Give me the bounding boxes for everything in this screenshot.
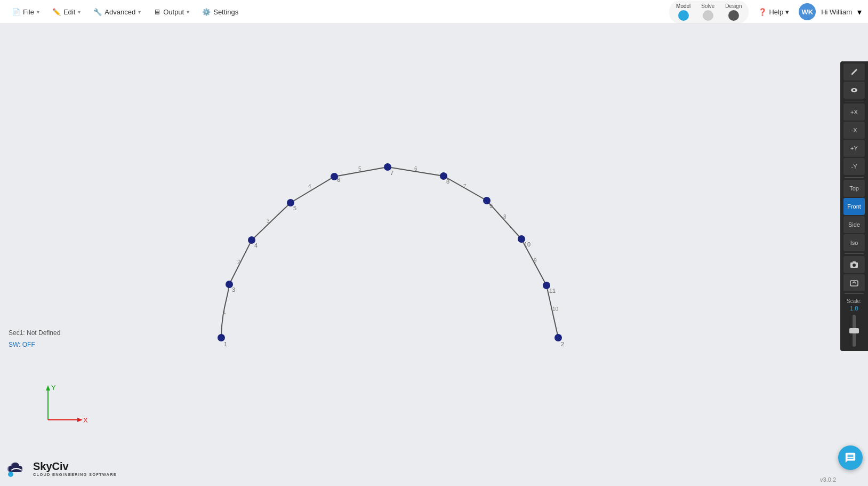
chat-button[interactable] xyxy=(838,445,863,470)
scale-label: Scale: xyxy=(847,298,862,304)
design-tab-dot xyxy=(728,10,739,21)
edit-tool-button[interactable] xyxy=(843,63,865,81)
section-status: Sec1: Not Defined xyxy=(9,329,60,337)
tab-design[interactable]: Design xyxy=(720,2,747,22)
help-chevron: ▾ xyxy=(785,8,789,16)
edit-label: Edit xyxy=(63,8,75,16)
tab-model[interactable]: Model xyxy=(671,2,696,22)
screenshot-button[interactable] xyxy=(843,256,865,273)
help-icon: ❓ xyxy=(758,8,767,16)
side-view-label: Side xyxy=(848,221,860,228)
label-node-3: 3 xyxy=(232,286,235,293)
section-label: Sec1: Not Defined xyxy=(9,329,60,337)
svg-text:X: X xyxy=(83,416,88,424)
file-icon: 📄 xyxy=(12,8,20,16)
side-view-button[interactable]: Side xyxy=(843,216,865,233)
plus-y-button[interactable]: +Y xyxy=(843,140,865,157)
output-menu[interactable]: 🖥 Output ▾ xyxy=(148,5,195,19)
file-chevron: ▾ xyxy=(37,9,39,15)
seg-label-6: 6 xyxy=(414,166,417,172)
model-tab-dot xyxy=(678,10,689,21)
plus-x-label: +X xyxy=(850,109,858,115)
advanced-icon: 🔧 xyxy=(93,8,102,16)
svg-marker-4 xyxy=(77,418,83,422)
svg-text:Y: Y xyxy=(51,384,56,392)
seg-label-5: 5 xyxy=(358,166,361,172)
toolbar-sep-3 xyxy=(845,253,864,254)
minus-x-label: -X xyxy=(851,127,857,133)
navbar: 📄 File ▾ ✏️ Edit ▾ 🔧 Advanced ▾ 🖥 Output… xyxy=(0,0,868,24)
seg-label-2: 2 xyxy=(237,259,240,265)
user-chevron[interactable]: ▾ xyxy=(857,7,862,17)
view-tool-button[interactable] xyxy=(843,82,865,99)
version-label: v3.0.2 xyxy=(820,476,836,483)
seg-label-7: 7 xyxy=(463,184,467,189)
edit-chevron: ▾ xyxy=(78,9,81,15)
file-menu[interactable]: 📄 File ▾ xyxy=(6,5,45,19)
seg-label-9: 9 xyxy=(534,258,537,264)
label-node-6: 6 xyxy=(337,177,340,183)
toolbar-sep-1 xyxy=(845,101,864,101)
user-avatar: WK xyxy=(799,3,816,20)
solve-tab-label: Solve xyxy=(701,3,714,9)
right-toolbar: +X -X +Y -Y Top Front Side Iso xyxy=(840,61,868,351)
minus-x-button[interactable]: -X xyxy=(843,122,865,139)
toolbar-sep-4 xyxy=(845,293,864,294)
iso-view-label: Iso xyxy=(850,240,858,246)
settings-menu[interactable]: ⚙️ Settings xyxy=(197,5,244,19)
label-node-4: 4 xyxy=(254,242,258,249)
front-view-button[interactable]: Front xyxy=(843,198,865,215)
svg-point-9 xyxy=(853,264,856,267)
seg-label-8: 8 xyxy=(503,214,507,220)
advanced-menu[interactable]: 🔧 Advanced ▾ xyxy=(88,5,146,19)
solve-tab-dot xyxy=(703,10,713,21)
logo-subtext: CLOUD ENGINEERING SOFTWARE xyxy=(33,472,117,477)
label-node-2: 2 xyxy=(561,341,564,347)
output-chevron: ▾ xyxy=(187,9,189,15)
seg-label-1: 1 xyxy=(223,309,226,315)
svg-point-12 xyxy=(8,472,13,477)
help-menu[interactable]: ❓ Help ▾ xyxy=(754,5,793,19)
help-label: Help xyxy=(769,8,783,16)
svg-point-7 xyxy=(853,89,855,91)
seg-label-10: 10 xyxy=(552,306,559,312)
label-node-5: 5 xyxy=(293,205,296,211)
label-node-1: 1 xyxy=(224,341,227,347)
toggle-view-button[interactable] xyxy=(843,274,865,291)
minus-y-button[interactable]: -Y xyxy=(843,158,865,175)
tab-solve[interactable]: Solve xyxy=(696,2,720,22)
output-icon: 🖥 xyxy=(154,8,160,16)
settings-label: Settings xyxy=(213,8,238,16)
plus-y-label: +Y xyxy=(850,145,858,152)
node-2[interactable] xyxy=(554,334,562,341)
edit-icon: ✏️ xyxy=(52,8,61,16)
front-view-label: Front xyxy=(847,203,861,210)
scale-slider-thumb[interactable] xyxy=(849,328,859,333)
scale-value: 1.0 xyxy=(850,305,858,312)
scale-slider-track[interactable] xyxy=(853,315,856,347)
label-node-10: 10 xyxy=(524,241,531,248)
seg-label-3: 3 xyxy=(267,218,270,224)
advanced-chevron: ▾ xyxy=(138,9,141,15)
model-tab-label: Model xyxy=(676,3,690,9)
axes-svg: Y X xyxy=(21,383,91,431)
svg-rect-10 xyxy=(853,261,856,263)
toolbar-sep-2 xyxy=(845,177,864,178)
user-name[interactable]: Hi William xyxy=(821,8,852,16)
label-node-7: 7 xyxy=(390,170,393,176)
file-label: File xyxy=(23,8,34,16)
edit-menu[interactable]: ✏️ Edit ▾ xyxy=(47,5,86,19)
label-node-8: 8 xyxy=(446,178,449,185)
iso-view-button[interactable]: Iso xyxy=(843,234,865,251)
label-node-11: 11 xyxy=(549,288,556,294)
top-view-label: Top xyxy=(849,185,859,192)
svg-marker-1 xyxy=(46,385,50,391)
seg-label-4: 4 xyxy=(308,184,311,189)
plus-x-button[interactable]: +X xyxy=(843,103,865,121)
canvas-area[interactable]: 1 2 3 4 5 6 7 8 9 10 11 1 2 3 4 5 6 7 8 … xyxy=(0,24,868,486)
node-1[interactable] xyxy=(218,334,225,341)
top-view-button[interactable]: Top xyxy=(843,180,865,197)
structure-svg: 1 2 3 4 5 6 7 8 9 10 11 1 2 3 4 5 6 7 8 … xyxy=(0,24,868,486)
logo-text: SkyCiv xyxy=(33,460,117,472)
sw-status: SW: OFF xyxy=(9,341,35,348)
